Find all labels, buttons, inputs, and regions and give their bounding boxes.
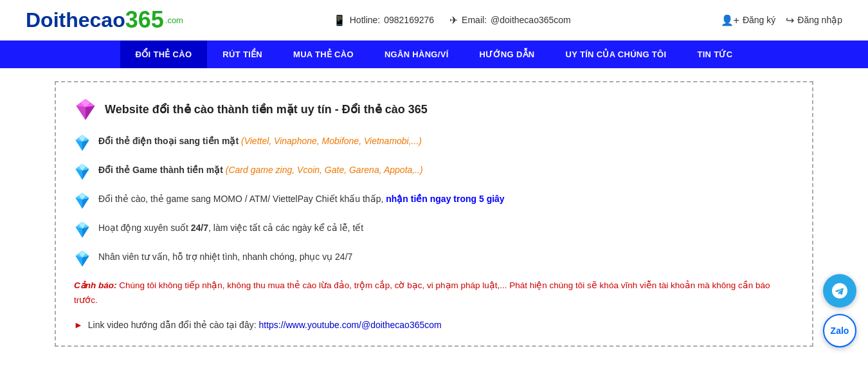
info-box-title: Website đổi thẻ cào thành tiền mặt uy tí… <box>105 102 428 116</box>
email-label: Email: <box>462 15 487 25</box>
login-button[interactable]: ↪ Đăng nhập <box>786 14 842 26</box>
logo-main: Doithecao <box>26 8 125 32</box>
svg-marker-28 <box>76 256 82 266</box>
nav-ngan-hang[interactable]: NGÂN HÀNG/VÍ <box>369 41 464 68</box>
login-icon: ↪ <box>786 14 794 26</box>
info-text-3: Đổi thẻ cào, thẻ game sang MOMO / ATM/ V… <box>98 192 505 206</box>
header-auth: 👤+ Đăng ký ↪ Đăng nhập <box>721 14 842 26</box>
video-prefix: Link video hướng dẫn đổi thẻ cào tại đây… <box>88 320 259 330</box>
nav-mua-the-cao[interactable]: MUA THẺ CÀO <box>278 41 369 68</box>
hotline-item: 📱 Hotline: 0982169276 <box>333 14 434 26</box>
email-value: @doithecao365com <box>491 15 571 25</box>
svg-marker-27 <box>82 256 89 266</box>
svg-marker-12 <box>82 169 89 179</box>
svg-marker-2 <box>86 106 95 120</box>
nav-tin-tuc[interactable]: TIN TỨC <box>682 41 748 68</box>
info-title-row: Website đổi thẻ cào thành tiền mặt uy tí… <box>74 98 794 121</box>
header-contact: 📱 Hotline: 0982169276 ✈ Email: @doitheca… <box>333 14 571 26</box>
nav-huong-dan[interactable]: HƯỚNG DẪN <box>464 41 550 68</box>
warning-box: Cảnh báo: Chúng tôi không tiếp nhận, khô… <box>74 279 794 308</box>
login-label: Đăng nhập <box>797 15 842 25</box>
info-text-1: Đổi thẻ điện thoại sang tiền mặt (Viette… <box>98 134 422 148</box>
video-url-link[interactable]: https://www.youtube.com/@doithecao365com <box>258 320 441 330</box>
info-box: Website đổi thẻ cào thành tiền mặt uy tí… <box>55 81 813 347</box>
header: Doithecao365.com 📱 Hotline: 0982169276 ✈… <box>0 0 868 41</box>
svg-marker-13 <box>76 169 82 179</box>
warning-label: Cảnh báo: <box>74 280 117 290</box>
register-button[interactable]: 👤+ Đăng ký <box>721 14 776 26</box>
logo-365: 365 <box>125 6 164 33</box>
register-label: Đăng ký <box>743 15 775 25</box>
nav-doi-the-cao[interactable]: ĐỔI THẺ CÀO <box>120 41 208 68</box>
diamond-large-icon <box>74 98 97 121</box>
zalo-float-button[interactable]: Zalo <box>823 314 856 347</box>
info-item-5: Nhân viên tư vấn, hỗ trợ nhiệt tình, nha… <box>74 250 794 267</box>
info-item-2: Đổi thẻ Game thành tiền mặt (Card game z… <box>74 163 794 180</box>
svg-marker-7 <box>82 140 89 151</box>
hotline-label: Hotline: <box>350 15 380 25</box>
info-item-4: Hoạt động xuyên suốt 24/7, làm việc tất … <box>74 221 794 238</box>
main-content: Website đổi thẻ cào thành tiền mặt uy tí… <box>0 68 868 360</box>
telegram-header-icon: ✈ <box>449 14 458 26</box>
svg-marker-8 <box>76 140 82 151</box>
info-text-5: Nhân viên tư vấn, hỗ trợ nhiệt tình, nha… <box>98 250 352 264</box>
telegram-float-button[interactable] <box>823 274 856 308</box>
zalo-label: Zalo <box>831 326 849 336</box>
warning-text: Chúng tôi không tiếp nhận, không thu mua… <box>74 280 770 305</box>
svg-marker-17 <box>82 198 89 208</box>
email-item: ✈ Email: @doithecao365com <box>449 14 571 26</box>
logo[interactable]: Doithecao365.com <box>26 6 183 33</box>
arrow-icon: ► <box>74 320 83 330</box>
video-link-row: ► Link video hướng dẫn đổi thẻ cào tại đ… <box>74 320 794 330</box>
phone-icon: 📱 <box>333 14 346 26</box>
svg-marker-3 <box>77 106 86 120</box>
info-text-4: Hoạt động xuyên suốt 24/7, làm việc tất … <box>98 221 363 235</box>
info-text-2: Đổi thẻ Game thành tiền mặt (Card game z… <box>98 163 423 177</box>
float-buttons: Zalo <box>823 274 856 347</box>
nav-rut-tien[interactable]: RÚT TIỀN <box>207 41 278 68</box>
svg-marker-22 <box>82 227 89 237</box>
info-item-3: Đổi thẻ cào, thẻ game sang MOMO / ATM/ V… <box>74 192 794 209</box>
diamond-icon-4 <box>74 221 91 238</box>
logo-com: .com <box>165 15 183 25</box>
nav-uy-tin[interactable]: UY TÍN CỦA CHÚNG TÔI <box>550 41 682 68</box>
diamond-icon-5 <box>74 250 91 267</box>
diamond-icon-2 <box>74 163 91 180</box>
register-icon: 👤+ <box>721 14 739 26</box>
svg-marker-23 <box>76 227 82 237</box>
svg-marker-18 <box>76 198 82 208</box>
info-item-1: Đổi thẻ điện thoại sang tiền mặt (Viette… <box>74 134 794 151</box>
navbar: ĐỔI THẺ CÀO RÚT TIỀN MUA THẺ CÀO NGÂN HÀ… <box>0 41 868 68</box>
diamond-icon-1 <box>74 134 91 151</box>
diamond-icon-3 <box>74 192 91 209</box>
hotline-value: 0982169276 <box>384 15 434 25</box>
